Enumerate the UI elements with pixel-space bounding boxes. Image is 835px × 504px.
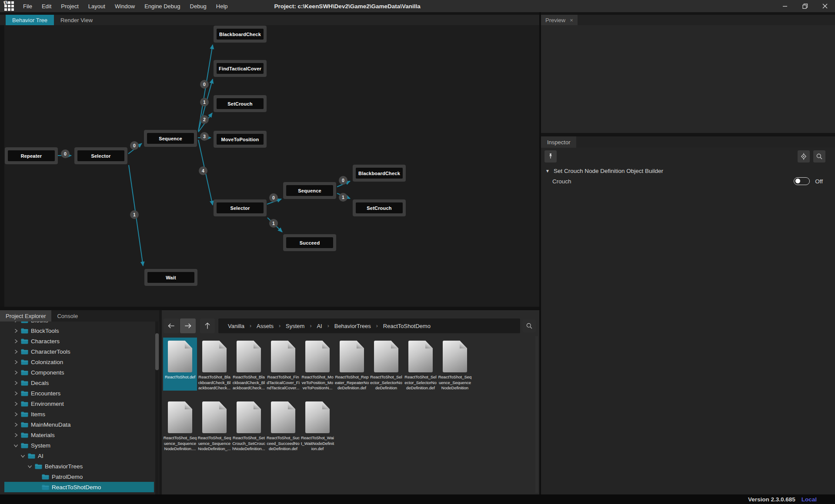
chevron-right-icon[interactable] <box>13 411 19 417</box>
chevron-right-icon[interactable] <box>13 370 19 375</box>
object-builder-header[interactable]: ▼ Set Crouch Node Definition Object Buil… <box>545 168 663 174</box>
menu-help[interactable]: Help <box>211 0 233 12</box>
chevron-right-icon[interactable] <box>13 391 19 396</box>
breadcrumb-item-system[interactable]: System <box>282 323 308 329</box>
chevron-right-icon[interactable] <box>13 328 19 334</box>
file-tile[interactable]: ReactToShot_Sequence_SequenceNodeDefinit… <box>438 338 472 391</box>
panel-divider[interactable] <box>0 307 539 310</box>
panel-divider[interactable] <box>541 133 835 136</box>
bt-node-blackboardcheck[interactable]: BlackboardCheck <box>353 165 406 182</box>
menu-project[interactable]: Project <box>56 0 83 12</box>
tree-item-components[interactable]: Components <box>4 367 154 378</box>
bt-node-wait[interactable]: Wait <box>144 269 197 286</box>
files-search-button[interactable] <box>523 319 536 332</box>
tree-item-materials[interactable]: Materials <box>4 430 154 440</box>
breadcrumb-item-assets[interactable]: Assets <box>253 323 277 329</box>
bt-node-selector[interactable]: Selector <box>74 147 127 164</box>
menu-debug[interactable]: Debug <box>185 0 211 12</box>
bt-node-repeater[interactable]: Repeater <box>5 147 58 164</box>
bt-node-sequence[interactable]: Sequence <box>283 182 336 199</box>
file-tile[interactable]: ReactToShot_Wait_WaitNodeDefinition.def <box>301 398 334 451</box>
pin-button[interactable] <box>544 150 557 162</box>
tab-preview[interactable]: Preview × <box>541 15 578 25</box>
tab-render-view[interactable]: Render View <box>54 15 99 25</box>
breadcrumb-item-behaviortrees[interactable]: BehaviorTrees <box>331 323 374 329</box>
file-tile[interactable]: ReactToShot_FindTacticalCover_FindTactic… <box>266 338 300 391</box>
tab-console[interactable]: Console <box>51 310 84 322</box>
tree-item-charactertools[interactable]: CharacterTools <box>4 346 154 357</box>
bt-node-selector[interactable]: Selector <box>214 199 267 216</box>
menu-file[interactable]: File <box>18 0 37 12</box>
tree-scrollbar-thumb[interactable] <box>155 333 159 370</box>
file-tile[interactable]: ReactToShot_Selector_SelectorNodeDefinit… <box>369 338 403 391</box>
tree-item-patroldemo[interactable]: PatrolDemo <box>4 471 154 482</box>
chevron-right-icon[interactable] <box>13 380 19 386</box>
chevron-down-icon[interactable] <box>27 464 33 469</box>
chevron-down-icon[interactable] <box>20 453 26 459</box>
file-tile[interactable]: ReactToShot_Selector_SelectorNodeDefinit… <box>404 338 438 391</box>
minimize-button[interactable] <box>775 0 795 12</box>
close-button[interactable] <box>815 0 835 12</box>
tree-item-reacttoshotdemo[interactable]: ReactToShotDemo <box>4 482 154 492</box>
locate-button[interactable] <box>798 150 810 162</box>
tree-item-label: Items <box>31 411 45 418</box>
file-tile[interactable]: ReactToShot_Sequence_SequenceNodeDefinit… <box>197 398 231 451</box>
bt-node-findtacticalcover[interactable]: FindTacticalCover <box>214 60 267 77</box>
tab-behavior-tree[interactable]: Behavior Tree <box>6 15 54 25</box>
tree-item-items[interactable]: Items <box>4 409 154 419</box>
preview-close-icon[interactable]: × <box>570 17 573 23</box>
bt-node-setcrouch[interactable]: SetCrouch <box>353 199 406 216</box>
chevron-right-icon[interactable] <box>13 432 19 438</box>
chevron-right-icon[interactable] <box>13 349 19 355</box>
bt-node-blackboardcheck[interactable]: BlackboardCheck <box>214 26 267 43</box>
file-tile[interactable]: ReactToShot_MoveToPosition_MoveToPositio… <box>301 338 334 391</box>
expander-down-icon[interactable]: ▼ <box>545 169 550 173</box>
chevron-right-icon[interactable] <box>13 338 19 344</box>
chevron-right-icon[interactable] <box>13 422 19 428</box>
behavior-tree-canvas[interactable]: RepeaterSelectorSequenceBlackboardCheckF… <box>0 25 539 308</box>
tree-item-decals[interactable]: Decals <box>4 378 154 388</box>
inspector-search-button[interactable] <box>813 150 825 162</box>
tree-item-ai[interactable]: AI <box>4 451 154 461</box>
tree-item-encounters[interactable]: Encounters <box>4 388 154 398</box>
nav-forward-button[interactable] <box>180 318 196 333</box>
file-tile[interactable]: ReactToShot.def <box>163 338 197 391</box>
tree-item-colonization[interactable]: Colonization <box>4 357 154 367</box>
chevron-right-icon[interactable] <box>13 322 19 323</box>
file-tile[interactable]: ReactToShot_BlackboardCheck_BlackboardCh… <box>232 338 266 391</box>
tree-item-characters[interactable]: Characters <box>4 336 154 346</box>
menu-edit[interactable]: Edit <box>37 0 56 12</box>
tab-project-explorer[interactable]: Project Explorer <box>0 310 51 322</box>
chevron-down-icon[interactable] <box>13 443 19 448</box>
file-tile[interactable]: ReactToShot_Sequence_SequenceNodeDefinit… <box>163 398 197 451</box>
menu-engine-debug[interactable]: Engine Debug <box>140 0 185 12</box>
restore-button[interactable] <box>795 0 815 12</box>
file-tile[interactable]: ReactToShot_SetCrouch_SetCrouchNodeDefin… <box>232 398 266 451</box>
files-scrollbar-track[interactable] <box>535 336 538 493</box>
chevron-right-icon[interactable] <box>13 359 19 365</box>
tree-item-mainmenudata[interactable]: MainMenuData <box>4 419 154 430</box>
nav-up-button[interactable] <box>200 318 215 333</box>
chevron-right-icon[interactable] <box>13 401 19 407</box>
menu-layout[interactable]: Layout <box>84 0 110 12</box>
breadcrumb-item-ai[interactable]: AI <box>313 323 325 329</box>
file-tile[interactable]: ReactToShot_Repeater_RepeaterNodeDefinit… <box>335 338 369 391</box>
tab-inspector[interactable]: Inspector <box>541 136 576 148</box>
breadcrumb-item-reacttoshotdemo[interactable]: ReactToShotDemo <box>380 323 434 329</box>
local-mode-link[interactable]: Local <box>802 496 817 503</box>
bt-node-setcrouch[interactable]: SetCrouch <box>214 95 267 112</box>
tree-item-blocks[interactable]: Blocks <box>4 322 154 325</box>
file-tile[interactable]: ReactToShot_Succeed_SucceedNodeDefinitio… <box>266 398 300 451</box>
tree-item-blocktools[interactable]: BlockTools <box>4 325 154 336</box>
breadcrumb-item-vanilla[interactable]: Vanilla <box>224 323 248 329</box>
tree-item-system[interactable]: System <box>4 440 154 451</box>
tree-item-environment[interactable]: Environment <box>4 398 154 409</box>
bt-node-sequence[interactable]: Sequence <box>144 130 197 147</box>
tree-item-behaviortrees[interactable]: BehaviorTrees <box>4 461 154 471</box>
nav-back-button[interactable] <box>164 318 179 333</box>
bt-node-succeed[interactable]: Succeed <box>283 234 336 251</box>
menu-window[interactable]: Window <box>110 0 140 12</box>
file-tile[interactable]: ReactToShot_BlackboardCheck_BlackboardCh… <box>197 338 231 391</box>
bt-node-movetoposition[interactable]: MoveToPosition <box>214 131 267 148</box>
crouch-toggle[interactable] <box>794 177 810 185</box>
